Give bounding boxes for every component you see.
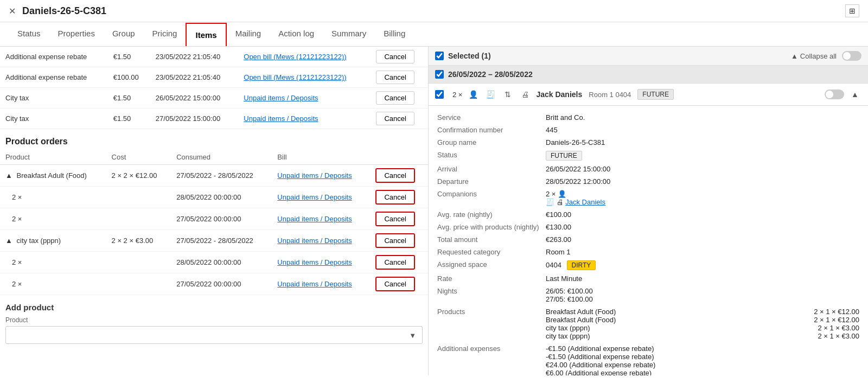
- jack-daniels-link[interactable]: Jack Daniels: [565, 198, 605, 206]
- product-sub-date: 28/05/2022 00:00:00: [171, 252, 272, 273]
- expense-cancel-button[interactable]: Cancel: [376, 112, 414, 125]
- product-sub-qty: 2 ×: [0, 273, 106, 295]
- expense-date: 26/05/2022 15:00:00: [150, 88, 238, 108]
- receipt-icon: 🧾: [484, 88, 497, 101]
- expense-bill-link[interactable]: Unpaid items / Deposits: [244, 114, 318, 123]
- product-cancel-button[interactable]: Cancel: [375, 168, 414, 183]
- product-select-wrapper: ▼: [5, 326, 423, 344]
- product-sub-bill[interactable]: Unpaid items / Deposits: [277, 280, 352, 288]
- product-cancel-button[interactable]: Cancel: [375, 233, 414, 248]
- left-panel: Additional expense rebate €1.50 23/05/20…: [0, 47, 429, 375]
- product-cancel-button[interactable]: Cancel: [375, 277, 414, 291]
- reservation-title: Daniels-26-5-C381: [22, 5, 845, 17]
- total-label: Total amount: [437, 235, 546, 244]
- product-sub-row: 2 × 28/05/2022 00:00:00 Unpaid items / D…: [0, 187, 428, 208]
- product-sub-bill[interactable]: Unpaid items / Deposits: [277, 193, 352, 201]
- nights-row: Nights 26/05: €100.00 27/05: €100.00: [437, 285, 859, 305]
- close-icon[interactable]: ✕: [9, 6, 16, 16]
- product-sub-row: 2 × 27/05/2022 00:00:00 Unpaid items / D…: [0, 273, 428, 295]
- tab-group[interactable]: Group: [104, 22, 144, 46]
- date-range-checkbox[interactable]: [435, 70, 444, 79]
- collapse-icon[interactable]: ▲: [5, 171, 12, 180]
- add-product-section: Add product Product ▼: [0, 295, 428, 352]
- expense-bill-link[interactable]: Unpaid items / Deposits: [244, 94, 318, 102]
- tab-pricing[interactable]: Pricing: [144, 22, 186, 46]
- select-all-checkbox[interactable]: [435, 52, 444, 60]
- expense-bill-link[interactable]: Open bill (Mews (12121223122)): [244, 73, 346, 81]
- additional-expenses-row: Additional expenses -€1.50 (Additional e…: [437, 342, 859, 375]
- product-cancel-button[interactable]: Cancel: [375, 255, 414, 270]
- tab-items[interactable]: Items: [186, 23, 226, 46]
- expense-cost: €1.50: [108, 88, 150, 108]
- collapse-all-button[interactable]: ▲ Collapse all: [791, 52, 837, 60]
- product-cancel-button[interactable]: Cancel: [375, 190, 414, 205]
- toggle-slider: [825, 90, 844, 99]
- arrival-label: Arrival: [437, 165, 546, 173]
- service-row: Service Britt and Co.: [437, 111, 859, 124]
- expense-row: Additional expense rebate €1.50 23/05/20…: [0, 47, 428, 67]
- expense-name: Additional expense rebate: [0, 67, 108, 88]
- products-value: Breakfast Adult (Food) 2 × 1 × €12.00 Br…: [546, 308, 859, 340]
- transfer-icon: ⇅: [501, 88, 514, 101]
- product-cancel-button[interactable]: Cancel: [375, 212, 414, 226]
- guest-name: Jack Daniels: [536, 90, 582, 99]
- expense-name: City tax: [0, 108, 108, 129]
- product-sub-bill[interactable]: Unpaid items / Deposits: [277, 258, 352, 266]
- product-orders-table: Product Cost Consumed Bill ▲ Breakfast A…: [0, 150, 428, 295]
- expense-cost: €100.00: [108, 67, 150, 88]
- product-group-bill[interactable]: Unpaid items / Deposits: [277, 171, 352, 180]
- product-sub-date: 27/05/2022 00:00:00: [171, 208, 272, 230]
- product-sub-row: 2 × 28/05/2022 00:00:00 Unpaid items / D…: [0, 252, 428, 273]
- departure-value: 28/05/2022 12:00:00: [546, 177, 859, 186]
- tab-properties[interactable]: Properties: [49, 22, 104, 46]
- product-sub-qty: 2 ×: [0, 187, 106, 208]
- expense-date: 23/05/2022 21:05:40: [150, 67, 238, 88]
- product-group-row: ▲ city tax (pppn) 2 × 2 × €3.00 27/05/20…: [0, 230, 428, 252]
- expense-cancel-button[interactable]: Cancel: [376, 91, 414, 105]
- future-badge: FUTURE: [637, 89, 674, 100]
- toggle-slider: [842, 51, 861, 61]
- dirty-badge: DIRTY: [567, 260, 596, 270]
- expense-bill-link[interactable]: Open bill (Mews (12121223122)): [244, 53, 346, 61]
- confirmation-label: Confirmation number: [437, 126, 546, 134]
- tab-billing[interactable]: Billing: [375, 22, 414, 46]
- tab-action-log[interactable]: Action log: [270, 22, 323, 46]
- product-sub-qty: 2 ×: [0, 208, 106, 230]
- tab-summary[interactable]: Summary: [323, 22, 375, 46]
- product-select[interactable]: [5, 326, 423, 344]
- products-label: Products: [437, 308, 546, 316]
- space-label: Assigned space: [437, 260, 546, 269]
- reservation-checkbox[interactable]: [435, 90, 444, 99]
- avg-rate-value: €100.00: [546, 210, 859, 219]
- status-value: FUTURE: [546, 151, 859, 161]
- expense-name: City tax: [0, 88, 108, 108]
- rate-row: Rate Last Minute: [437, 272, 859, 285]
- product-item: Breakfast Adult (Food) 2 × 1 × €12.00: [546, 308, 859, 316]
- chevron-up-icon[interactable]: ▲: [848, 88, 861, 101]
- group-name-row: Group name Daniels-26-5-C381: [437, 136, 859, 149]
- status-label: Status: [437, 151, 546, 159]
- collapse-icon[interactable]: ▲: [5, 237, 12, 245]
- product-sub-date: 27/05/2022 00:00:00: [171, 273, 272, 295]
- product-sub-bill[interactable]: Unpaid items / Deposits: [277, 215, 352, 223]
- toggle-switch[interactable]: [842, 51, 861, 61]
- expense-cancel-button[interactable]: Cancel: [376, 50, 414, 63]
- reservation-toggle[interactable]: [825, 90, 844, 99]
- expense-row: City tax €1.50 27/05/2022 15:00:00 Unpai…: [0, 108, 428, 129]
- avg-rate-row: Avg. rate (nightly) €100.00: [437, 208, 859, 221]
- companions-value: 2 × 👤 🧾 🖨 Jack Daniels: [546, 190, 859, 206]
- detail-section: Service Britt and Co. Confirmation numbe…: [429, 106, 868, 375]
- tab-mailing[interactable]: Mailing: [227, 22, 270, 46]
- expense-cancel-button[interactable]: Cancel: [376, 71, 414, 84]
- expand-icon[interactable]: ⊞: [845, 4, 859, 17]
- tab-status[interactable]: Status: [9, 22, 49, 46]
- product-group-row: ▲ Breakfast Adult (Food) 2 × 2 × €12.00 …: [0, 165, 428, 187]
- product-group-name: ▲ Breakfast Adult (Food): [0, 165, 106, 187]
- service-value: Britt and Co.: [546, 113, 859, 122]
- arrival-row: Arrival 26/05/2022 15:00:00: [437, 163, 859, 175]
- product-group-bill[interactable]: Unpaid items / Deposits: [277, 237, 352, 245]
- service-label: Service: [437, 113, 546, 122]
- reservation-count: 2 ×: [452, 91, 462, 99]
- receipt-icon-small: 🧾: [546, 198, 554, 206]
- app-header: ✕ Daniels-26-5-C381 ⊞: [0, 0, 868, 22]
